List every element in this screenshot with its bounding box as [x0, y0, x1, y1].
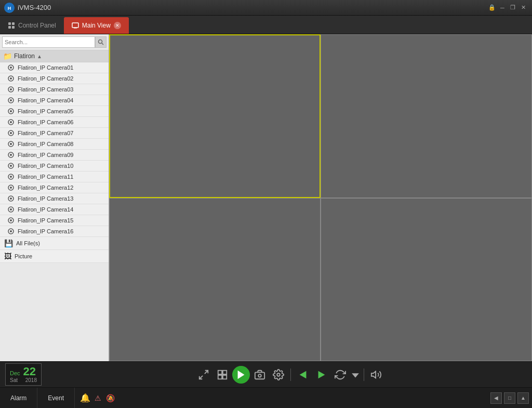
camera-icon: [7, 173, 15, 180]
camera-icon: [7, 184, 15, 191]
sidebar-item-camera06[interactable]: Flatiron_IP Camera06: [0, 117, 109, 128]
date-year: 2018: [25, 377, 37, 383]
camera-icon: [7, 119, 15, 126]
svg-point-13: [10, 77, 12, 80]
tab-control-panel[interactable]: Control Panel: [0, 17, 64, 34]
camera-icon: [7, 97, 15, 104]
search-button[interactable]: [95, 36, 107, 48]
svg-text:H: H: [8, 6, 11, 11]
sidebar-item-camera10[interactable]: Flatiron_IP Camera10: [0, 161, 109, 172]
svg-marker-54: [352, 373, 359, 377]
svg-rect-3: [12, 22, 15, 25]
camera-icon: [7, 75, 15, 82]
sidebar-item-camera16[interactable]: Flatiron_IP Camera16: [0, 226, 109, 237]
sidebar-item-camera09[interactable]: Flatiron_IP Camera09: [0, 150, 109, 161]
date-month: Dec: [10, 370, 20, 376]
svg-point-19: [10, 110, 12, 112]
svg-point-41: [10, 230, 12, 232]
camera-label: Flatiron_IP Camera11: [18, 174, 73, 180]
status-bar: Alarm Event 🔔 ⚠ 🔕 ◀ □ ▲: [0, 387, 532, 408]
sidebar-item-camera04[interactable]: Flatiron_IP Camera04: [0, 95, 109, 106]
capture-button[interactable]: [251, 366, 269, 384]
video-cell-1[interactable]: [109, 34, 321, 198]
file-icon: 💾: [4, 239, 13, 247]
svg-rect-6: [72, 23, 78, 28]
svg-point-21: [10, 121, 12, 123]
camera-icon: [7, 206, 15, 213]
picture-icon: 🖼: [4, 252, 11, 260]
sidebar-item-camera02[interactable]: Flatiron_IP Camera02: [0, 73, 109, 84]
sidebar-item-all-files[interactable]: 💾 All File(s): [0, 237, 109, 250]
video-cell-4[interactable]: [321, 198, 532, 362]
svg-rect-4: [8, 26, 11, 29]
svg-point-23: [10, 132, 12, 134]
camera-icon: [7, 151, 15, 159]
sidebar-item-camera12[interactable]: Flatiron_IP Camera12: [0, 182, 109, 193]
sidebar-item-camera07[interactable]: Flatiron_IP Camera07: [0, 128, 109, 139]
status-tab-alarm[interactable]: Alarm: [0, 388, 37, 408]
svg-rect-47: [223, 375, 227, 378]
svg-point-31: [10, 176, 12, 178]
video-cell-2[interactable]: [321, 34, 532, 198]
svg-rect-7: [74, 28, 77, 29]
camera-label: Flatiron_IP Camera01: [18, 64, 73, 71]
play-button[interactable]: [232, 366, 250, 384]
tab-main-view[interactable]: Main View ✕: [64, 17, 129, 34]
control-panel-icon: [8, 22, 15, 29]
lock-button[interactable]: 🔒: [487, 3, 497, 12]
prev-button[interactable]: [294, 366, 312, 384]
layout-button[interactable]: [214, 366, 231, 384]
main-view-icon: [72, 22, 79, 29]
sidebar-item-camera08[interactable]: Flatiron_IP Camera08: [0, 139, 109, 150]
camera-icon: [7, 217, 15, 224]
tab-close-button[interactable]: ✕: [114, 22, 121, 29]
title-bar-controls: 🔒 ─ ❐ ✕: [487, 3, 528, 12]
alarm-tab-label: Alarm: [10, 394, 26, 402]
camera-icon: [7, 228, 15, 235]
picture-label: Picture: [15, 253, 32, 259]
sidebar-item-camera03[interactable]: Flatiron_IP Camera03: [0, 84, 109, 95]
close-button[interactable]: ✕: [518, 3, 528, 12]
search-input[interactable]: [2, 36, 95, 48]
svg-marker-48: [238, 370, 245, 379]
sidebar-item-picture[interactable]: 🖼 Picture: [0, 250, 109, 263]
sidebar-item-camera14[interactable]: Flatiron_IP Camera14: [0, 204, 109, 215]
volume-button[interactable]: [367, 366, 385, 384]
restore-button[interactable]: ❐: [508, 3, 517, 12]
camera-icon: [7, 140, 15, 148]
status-tab-event[interactable]: Event: [37, 388, 75, 408]
next-button[interactable]: [313, 366, 330, 384]
minimize-button[interactable]: ─: [498, 3, 507, 12]
camera-icon: [7, 108, 15, 115]
refresh-button[interactable]: [331, 366, 349, 384]
video-cell-3[interactable]: [109, 198, 321, 362]
camera-label: Flatiron_IP Camera16: [18, 228, 73, 234]
svg-marker-53: [318, 371, 325, 378]
sidebar-item-camera11[interactable]: Flatiron_IP Camera11: [0, 172, 109, 182]
sidebar-item-camera15[interactable]: Flatiron_IP Camera15: [0, 215, 109, 226]
status-restore-button[interactable]: □: [504, 392, 515, 404]
camera-label: Flatiron_IP Camera13: [18, 195, 73, 202]
svg-marker-55: [371, 371, 376, 378]
separator-1: [290, 368, 291, 381]
status-shrink-button[interactable]: ◀: [490, 392, 502, 404]
svg-point-39: [10, 219, 12, 221]
sidebar-item-camera05[interactable]: Flatiron_IP Camera05: [0, 106, 109, 117]
camera-label: Flatiron_IP Camera12: [18, 185, 73, 191]
sidebar-item-camera01[interactable]: Flatiron_IP Camera01: [0, 62, 109, 73]
date-display: Dec 22 Sat 2018: [5, 363, 42, 386]
svg-point-17: [10, 99, 12, 101]
camera-label: Flatiron_IP Camera06: [18, 119, 73, 125]
app-logo: H: [4, 3, 15, 13]
dropdown-button[interactable]: [350, 366, 361, 384]
search-bar: [0, 34, 109, 50]
fullscreen-button[interactable]: [195, 366, 212, 384]
svg-point-33: [10, 187, 12, 189]
camera-icon: [7, 162, 15, 169]
sidebar-item-camera13[interactable]: Flatiron_IP Camera13: [0, 193, 109, 204]
camera-label: Flatiron_IP Camera03: [18, 86, 73, 93]
main-content: 📁 Flatiron ▲ Flatiron_IP Camera01 Flatir…: [0, 34, 532, 361]
status-expand-button[interactable]: ▲: [517, 392, 529, 404]
config-button[interactable]: [270, 366, 287, 384]
sidebar-group-flatiron[interactable]: 📁 Flatiron ▲: [0, 50, 109, 62]
